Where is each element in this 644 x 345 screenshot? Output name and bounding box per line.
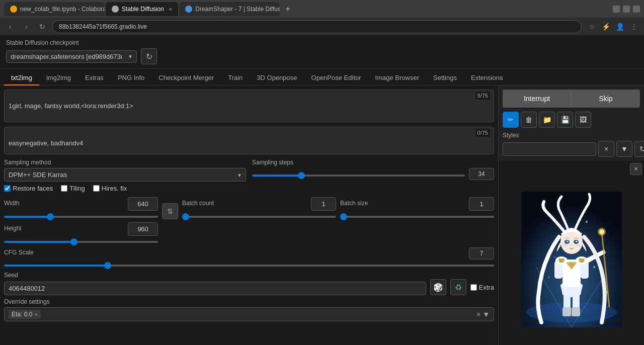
tab-settings[interactable]: Settings — [426, 71, 464, 85]
restore-faces-checkbox[interactable] — [4, 185, 11, 192]
batch-size-group: Batch size — [340, 197, 494, 219]
styles-dropdown-icon: ▼ — [621, 145, 628, 153]
tab-dreamshaper[interactable]: DreamShaper - 7 | Stable Diffusio... × — [179, 2, 280, 16]
dice-icon: 🎲 — [433, 283, 443, 292]
toolbar-image-button[interactable]: 🖼 — [575, 112, 591, 128]
bookmark-button[interactable]: ☆ — [586, 21, 598, 33]
svg-point-30 — [548, 276, 549, 278]
tab-3dopenpose[interactable]: 3D Openpose — [250, 71, 304, 85]
svg-rect-9 — [572, 307, 580, 316]
width-value-input[interactable] — [128, 197, 158, 211]
batch-size-input[interactable] — [469, 197, 494, 211]
tab-train[interactable]: Train — [221, 71, 250, 85]
tab-extensions[interactable]: Extensions — [464, 71, 510, 85]
seed-label: Seed — [4, 272, 426, 279]
svg-point-34 — [553, 256, 554, 257]
browser-chrome: new_colab_file.ipynb - Colabora... × Sta… — [0, 0, 644, 35]
override-tag-eta: Eta: 0.0 × — [9, 310, 41, 319]
override-dropdown-button[interactable]: ▼ — [482, 310, 490, 318]
negative-prompt-wrapper: 0/75 document.querySelector('[data-name=… — [4, 127, 494, 156]
extra-label: Extra — [479, 284, 494, 291]
styles-refresh-button[interactable]: ↻ — [634, 141, 644, 157]
swap-dimensions-button[interactable]: ⇅ — [162, 203, 178, 219]
override-clear-button[interactable]: × — [476, 310, 480, 318]
menu-button[interactable]: ⋮ — [628, 21, 640, 33]
tab-img2img[interactable]: img2img — [39, 71, 78, 85]
batch-size-slider[interactable] — [340, 216, 494, 218]
tiling-checkbox[interactable] — [61, 185, 67, 192]
profile-button[interactable]: 👤 — [614, 21, 626, 33]
styles-refresh-icon: ↻ — [639, 145, 644, 153]
toolbar-folder-button[interactable]: 📁 — [539, 112, 555, 128]
recycle-icon: ♻ — [455, 283, 462, 292]
image-output-area: × — [499, 161, 644, 345]
override-tag-close-button[interactable]: × — [34, 311, 37, 317]
hires-fix-checkbox[interactable] — [93, 185, 100, 192]
toolbar-save-button[interactable]: 💾 — [557, 112, 573, 128]
override-tag-text: Eta: 0.0 — [12, 311, 32, 318]
seed-recycle-button[interactable]: ♻ — [450, 279, 466, 295]
positive-prompt-input[interactable] — [4, 90, 494, 122]
override-label: Override settings — [4, 298, 494, 305]
new-tab-button[interactable]: + — [281, 2, 295, 16]
batch-count-group: Batch count — [182, 197, 336, 219]
tiling-checkbox-item[interactable]: Tiling — [61, 185, 85, 192]
toolbar-trash-button[interactable]: 🗑 — [521, 112, 537, 128]
seed-row: Seed 🎲 ♻ Extra — [4, 271, 494, 295]
address-bar[interactable]: 88b1382445a71f5665.gradio.live — [52, 20, 582, 33]
folder-icon: 📁 — [543, 116, 551, 124]
batch-count-input[interactable] — [311, 197, 336, 211]
restore-faces-checkbox-item[interactable]: Restore faces — [4, 185, 53, 192]
hires-fix-checkbox-item[interactable]: Hires. fix — [93, 185, 127, 192]
cfg-value-input[interactable] — [469, 247, 494, 260]
tab-extras[interactable]: Extras — [78, 71, 111, 85]
sampling-steps-slider[interactable] — [252, 175, 465, 177]
seed-input[interactable] — [4, 282, 426, 295]
tab-openpose-editor[interactable]: OpenPose Editor — [304, 71, 368, 85]
toolbar-edit-button[interactable]: ✏ — [503, 112, 519, 128]
height-row: Height — [4, 222, 494, 244]
height-slider[interactable] — [4, 241, 158, 243]
refresh-icon: ↻ — [146, 52, 152, 61]
right-panel: Interrupt Skip ✏ 🗑 📁 💾 🖼 — [498, 85, 644, 345]
reload-button[interactable]: ↻ — [36, 21, 48, 33]
checkpoint-refresh-button[interactable]: ↻ — [141, 48, 157, 64]
width-slider[interactable] — [4, 216, 158, 218]
extra-checkbox[interactable] — [470, 284, 477, 291]
tab-pnginfo[interactable]: PNG Info — [111, 71, 151, 85]
tab-txt2img[interactable]: txt2img — [4, 71, 39, 85]
svg-point-23 — [576, 240, 577, 242]
maximize-button[interactable] — [623, 6, 630, 13]
svg-rect-8 — [562, 307, 571, 316]
tab-label-sd: Stable Diffusion — [122, 6, 164, 13]
width-group: Width — [4, 197, 158, 219]
negative-prompt-input[interactable] — [4, 127, 494, 154]
close-button[interactable] — [633, 6, 640, 13]
extensions-button[interactable]: ⚡ — [600, 21, 612, 33]
cfg-slider[interactable] — [4, 265, 494, 267]
sampling-steps-value[interactable] — [469, 168, 494, 180]
styles-clear-button[interactable]: × — [598, 141, 614, 157]
seed-random-button[interactable]: 🎲 — [430, 279, 446, 295]
styles-input[interactable] — [503, 142, 596, 156]
tab-stable-diffusion[interactable]: Stable Diffusion × — [106, 2, 178, 16]
checkpoint-select[interactable]: dreamshaper.safetensors [ed989d673d] — [6, 50, 137, 63]
tab-checkpoint-merger[interactable]: Checkpoint Merger — [151, 71, 221, 85]
tab-colab[interactable]: new_colab_file.ipynb - Colabora... × — [4, 2, 105, 16]
left-panel: 9/75 document.querySelector('[data-name=… — [0, 85, 498, 345]
skip-button[interactable]: Skip — [571, 90, 640, 108]
styles-label: Styles — [503, 132, 640, 139]
image-close-button[interactable]: × — [630, 163, 642, 175]
forward-button[interactable]: › — [20, 21, 32, 33]
tab-image-browser[interactable]: Image Browser — [368, 71, 426, 85]
sampling-method-select-wrap: DPM++ SDE Karras — [4, 168, 246, 182]
height-value-input[interactable] — [128, 222, 158, 236]
batch-count-slider[interactable] — [182, 216, 336, 218]
interrupt-button[interactable]: Interrupt — [503, 90, 571, 108]
minimize-button[interactable] — [613, 6, 620, 13]
generate-buttons: Interrupt Skip — [499, 85, 644, 112]
tab-close-sd[interactable]: × — [169, 6, 172, 12]
sampling-method-select[interactable]: DPM++ SDE Karras — [4, 168, 246, 182]
back-button[interactable]: ‹ — [4, 21, 16, 33]
styles-dropdown-button[interactable]: ▼ — [616, 141, 632, 157]
